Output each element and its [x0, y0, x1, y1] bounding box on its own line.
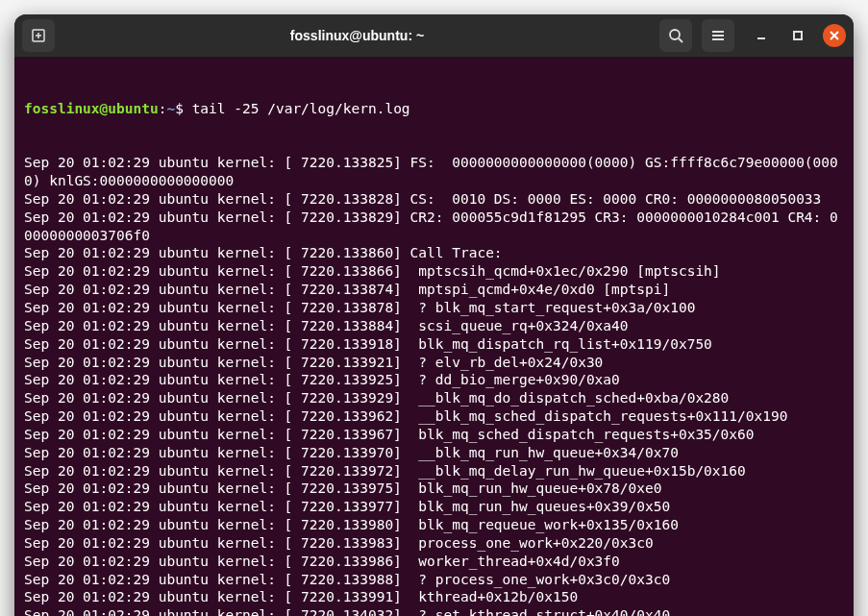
output-line: Sep 20 01:02:29 ubuntu kernel: [ 7220.13… — [24, 516, 844, 534]
terminal-body[interactable]: fosslinux@ubuntu:~$ tail -25 /var/log/ke… — [14, 58, 854, 616]
right-controls — [659, 19, 846, 52]
terminal-window: fosslinux@ubuntu: ~ fosslinux@ub — [14, 14, 854, 616]
output-line: Sep 20 01:02:29 ubuntu kernel: [ 7220.13… — [24, 534, 844, 553]
output-line: Sep 20 01:02:29 ubuntu kernel: [ 7220.13… — [24, 606, 844, 616]
output-line: Sep 20 01:02:29 ubuntu kernel: [ 7220.13… — [24, 389, 844, 407]
output-line: Sep 20 01:02:29 ubuntu kernel: [ 7220.13… — [24, 480, 844, 498]
output-line: Sep 20 01:02:29 ubuntu kernel: [ 7220.13… — [24, 444, 844, 462]
new-tab-icon — [31, 28, 46, 43]
output-line: Sep 20 01:02:29 ubuntu kernel: [ 7220.13… — [24, 335, 844, 354]
output-line: Sep 20 01:02:29 ubuntu kernel: [ 7220.13… — [24, 154, 844, 190]
output-line: Sep 20 01:02:29 ubuntu kernel: [ 7220.13… — [24, 317, 844, 335]
output-line: Sep 20 01:02:29 ubuntu kernel: [ 7220.13… — [24, 571, 844, 589]
svg-point-3 — [670, 30, 680, 39]
hamburger-icon — [710, 28, 726, 43]
output-line: Sep 20 01:02:29 ubuntu kernel: [ 7220.13… — [24, 299, 844, 317]
minimize-icon — [756, 31, 766, 40]
output-line: Sep 20 01:02:29 ubuntu kernel: [ 7220.13… — [24, 588, 844, 606]
output-line: Sep 20 01:02:29 ubuntu kernel: [ 7220.13… — [24, 354, 844, 372]
output-line: Sep 20 01:02:29 ubuntu kernel: [ 7220.13… — [24, 371, 844, 389]
close-icon — [830, 31, 839, 40]
output-line: Sep 20 01:02:29 ubuntu kernel: [ 7220.13… — [24, 426, 844, 444]
prompt-dollar: $ — [175, 101, 191, 116]
new-tab-button[interactable] — [22, 19, 55, 52]
output-line: Sep 20 01:02:29 ubuntu kernel: [ 7220.13… — [24, 553, 844, 571]
svg-rect-9 — [794, 32, 802, 39]
svg-line-4 — [679, 38, 682, 42]
output-line: Sep 20 01:02:29 ubuntu kernel: [ 7220.13… — [24, 462, 844, 480]
output-line: Sep 20 01:02:29 ubuntu kernel: [ 7220.13… — [24, 190, 844, 209]
output-line: Sep 20 01:02:29 ubuntu kernel: [ 7220.13… — [24, 281, 844, 299]
close-button[interactable] — [823, 24, 846, 47]
prompt-line-1: fosslinux@ubuntu:~$ tail -25 /var/log/ke… — [24, 100, 844, 118]
maximize-button[interactable] — [786, 24, 809, 47]
search-icon — [668, 28, 683, 43]
output-line: Sep 20 01:02:29 ubuntu kernel: [ 7220.13… — [24, 244, 844, 262]
output-container: Sep 20 01:02:29 ubuntu kernel: [ 7220.13… — [24, 154, 844, 616]
output-line: Sep 20 01:02:29 ubuntu kernel: [ 7220.13… — [24, 407, 844, 426]
prompt-user-host: fosslinux@ubuntu — [24, 101, 159, 116]
output-line: Sep 20 01:02:29 ubuntu kernel: [ 7220.13… — [24, 498, 844, 516]
command-text: tail -25 /var/log/kern.log — [192, 101, 410, 116]
search-button[interactable] — [659, 19, 692, 52]
output-line: Sep 20 01:02:29 ubuntu kernel: [ 7220.13… — [24, 209, 844, 245]
maximize-icon — [793, 31, 803, 40]
output-line: Sep 20 01:02:29 ubuntu kernel: [ 7220.13… — [24, 262, 844, 281]
menu-button[interactable] — [702, 19, 734, 52]
minimize-button[interactable] — [750, 24, 773, 47]
prompt-path: ~ — [166, 101, 175, 116]
titlebar: fosslinux@ubuntu: ~ — [14, 14, 854, 58]
window-controls — [750, 24, 846, 47]
window-title: fosslinux@ubuntu: ~ — [55, 28, 659, 43]
